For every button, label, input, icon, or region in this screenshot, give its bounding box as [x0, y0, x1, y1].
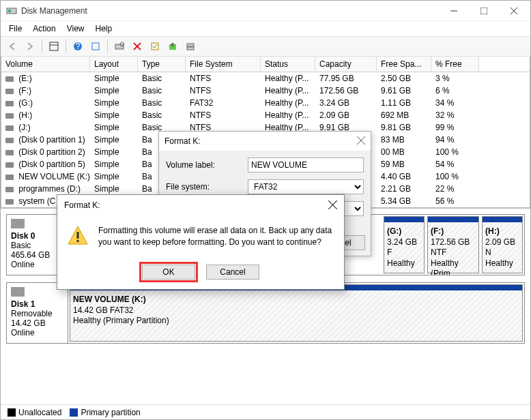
volume-icon [5, 199, 14, 205]
maximize-button[interactable] [469, 1, 499, 20]
confirm-message: Formatting this volume will erase all da… [98, 225, 334, 248]
properties-button[interactable] [147, 39, 162, 54]
partition[interactable]: (F:)172.56 GB NTFHealthy (Prim [427, 216, 479, 273]
confirm-dialog: Format K: Formatting this volume will er… [57, 194, 345, 290]
volume-icon [5, 76, 14, 82]
volume-icon [5, 150, 14, 155]
menu-action[interactable]: Action [27, 22, 61, 35]
toolbar-icon-2[interactable] [183, 39, 198, 54]
svg-rect-24 [77, 240, 79, 242]
cancel-button[interactable]: Cancel [206, 265, 259, 280]
refresh-button[interactable] [88, 39, 103, 54]
partition-selected[interactable]: NEW VOLUME (K:)14.42 GB FAT32Healthy (Pr… [70, 284, 523, 342]
warning-icon [67, 225, 89, 247]
toolbar-icon-1[interactable] [165, 39, 180, 54]
ok-button[interactable]: OK [142, 265, 195, 280]
forward-button[interactable] [23, 39, 38, 54]
disk0-size: 465.64 GB [11, 250, 50, 260]
disk1-box[interactable]: Disk 1 Removable 14.42 GB Online NEW VOL… [6, 282, 525, 344]
disk0-name: Disk 0 [11, 231, 35, 241]
legend-primary: Primary partition [81, 408, 140, 417]
menu-help[interactable]: Help [90, 22, 118, 35]
volume-icon [5, 125, 14, 131]
confirm-dialog-title: Format K: [64, 200, 100, 210]
svg-rect-10 [92, 43, 99, 50]
window-title: Disk Management [21, 6, 439, 16]
table-row[interactable]: (G:)SimpleBasicFAT32Healthy (P...3.24 GB… [1, 97, 530, 109]
view-button[interactable] [46, 39, 61, 54]
grid-header: Volume Layout Type File System Status Ca… [1, 57, 530, 72]
app-icon [6, 5, 17, 16]
table-row[interactable]: (F:)SimpleBasicNTFSHealthy (P...172.56 G… [1, 85, 530, 97]
volume-label-input[interactable] [248, 158, 364, 172]
svg-rect-23 [77, 232, 79, 239]
disk-icon [11, 287, 25, 297]
legend: Unallocated Primary partition [1, 404, 530, 419]
table-row[interactable]: (H:)SimpleBasicNTFSHealthy (P...2.09 GB6… [1, 109, 530, 121]
volume-icon [5, 113, 14, 119]
svg-text:?: ? [76, 42, 81, 51]
menu-file[interactable]: File [3, 22, 27, 35]
file-system-label: File system: [166, 182, 248, 192]
svg-rect-11 [115, 44, 124, 49]
col-pfree[interactable]: % Free [431, 57, 479, 72]
legend-unallocated: Unallocated [18, 408, 61, 417]
disk1-status: Online [11, 328, 35, 338]
partition[interactable]: (H:)2.09 GB NHealthy [482, 216, 523, 273]
svg-rect-17 [187, 44, 194, 46]
volume-icon [5, 175, 14, 180]
volume-icon [5, 89, 14, 94]
disk-icon [11, 219, 25, 228]
legend-primary-swatch [70, 408, 78, 417]
separator [42, 40, 42, 53]
menu-view[interactable]: View [61, 22, 90, 35]
disk0-type: Basic [11, 241, 31, 250]
close-icon[interactable] [357, 136, 365, 147]
disk1-name: Disk 1 [11, 299, 35, 309]
volume-icon [5, 187, 14, 192]
back-button[interactable] [5, 39, 20, 54]
menubar: File Action View Help [1, 21, 530, 36]
svg-rect-6 [50, 42, 58, 50]
svg-rect-1 [8, 10, 11, 12]
minimize-button[interactable] [439, 1, 469, 20]
file-system-select[interactable]: FAT32 [248, 179, 364, 194]
titlebar: Disk Management [1, 1, 530, 21]
close-button[interactable] [499, 1, 529, 20]
disk0-status: Online [11, 260, 35, 269]
col-free[interactable]: Free Spa... [377, 57, 431, 72]
format-dialog-title: Format K: [164, 136, 201, 146]
help-button[interactable]: ? [70, 39, 85, 54]
toolbar: ? [1, 36, 530, 57]
delete-button[interactable] [130, 39, 145, 54]
col-capacity[interactable]: Capacity [315, 57, 377, 72]
col-filesystem[interactable]: File System [186, 57, 261, 72]
volume-icon [5, 101, 14, 106]
close-icon[interactable] [328, 200, 337, 211]
separator [107, 40, 108, 53]
volume-icon [5, 162, 14, 168]
col-volume[interactable]: Volume [1, 57, 90, 72]
svg-rect-3 [480, 7, 487, 14]
legend-unallocated-swatch [8, 408, 16, 417]
partition[interactable]: (G:)3.24 GB FHealthy [384, 216, 425, 273]
rescan-button[interactable] [112, 39, 127, 54]
separator [66, 40, 66, 53]
col-type[interactable]: Type [138, 57, 186, 72]
col-layout[interactable]: Layout [90, 57, 138, 72]
col-status[interactable]: Status [261, 57, 315, 72]
table-row[interactable]: (E:)SimpleBasicNTFSHealthy (P...77.95 GB… [1, 72, 530, 85]
svg-rect-18 [187, 47, 194, 50]
disk1-size: 14.42 GB [11, 318, 46, 328]
disk1-type: Removable [11, 309, 53, 318]
volume-label-label: Volume label: [166, 160, 248, 170]
volume-icon [5, 138, 14, 143]
